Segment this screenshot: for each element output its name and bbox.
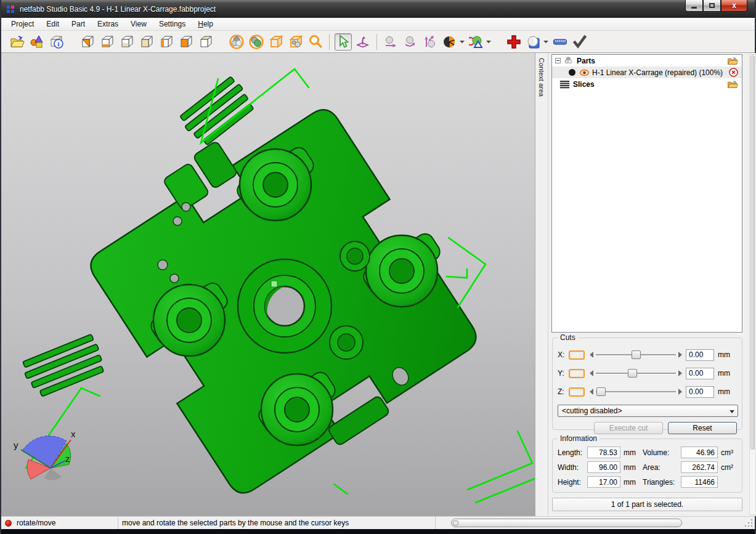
- resize-grip[interactable]: [745, 519, 754, 528]
- view-back-button[interactable]: [138, 33, 155, 51]
- volume-unit: cm³: [718, 448, 739, 457]
- repair-view-button[interactable]: [468, 33, 485, 51]
- show-bounding-box-button[interactable]: [267, 33, 285, 51]
- maximize-button[interactable]: [703, 0, 721, 12]
- show-platform-button[interactable]: [287, 33, 304, 51]
- execute-cut-button[interactable]: Execute cut: [594, 422, 663, 434]
- open-slices-folder-icon[interactable]: [727, 80, 738, 89]
- cut-y-slider-thumb[interactable]: [628, 369, 637, 378]
- cut-z-slider-thumb[interactable]: [596, 387, 606, 396]
- viewport-3d[interactable]: x y z: [1, 53, 535, 516]
- slider-right-arrow-icon[interactable]: [678, 389, 682, 395]
- window-bottom-edge: [1, 529, 755, 534]
- triangles-label: Triangles:: [643, 478, 681, 487]
- scale-part-button[interactable]: [421, 33, 439, 51]
- area-value-field[interactable]: [681, 461, 718, 473]
- menu-view[interactable]: View: [124, 18, 153, 30]
- panel-scrollbar-thumb[interactable]: [750, 55, 755, 450]
- width-value-field[interactable]: [587, 461, 620, 473]
- tree-row-parts[interactable]: Parts: [552, 55, 742, 67]
- cut-y-checkbox[interactable]: [569, 369, 585, 378]
- volume-value-field[interactable]: [681, 447, 718, 458]
- cut-view-dropdown-caret[interactable]: [460, 41, 465, 43]
- zoom-button[interactable]: [307, 33, 324, 51]
- cut-x-slider-thumb[interactable]: [632, 350, 641, 359]
- status-hint-text: move and rotate the selected parts by th…: [122, 519, 349, 527]
- show-parts-button[interactable]: [228, 33, 245, 51]
- context-area-label: Context area: [538, 58, 545, 97]
- cut-y-slider[interactable]: [590, 368, 682, 378]
- slider-left-arrow-icon[interactable]: [590, 352, 593, 358]
- view-right-button[interactable]: [177, 33, 195, 51]
- triangles-value-field[interactable]: [681, 476, 718, 488]
- view-bottom-button[interactable]: [99, 33, 116, 51]
- tree-row-part-item[interactable]: H-1 Linear X-Carrage (repaired) (100%): [552, 67, 742, 78]
- cut-z-label: Z:: [558, 387, 569, 396]
- menu-edit[interactable]: Edit: [40, 18, 65, 30]
- cut-row-y: Y: mm: [558, 365, 738, 381]
- model-render: x y z: [1, 53, 535, 516]
- minimize-button[interactable]: [685, 0, 703, 12]
- view-top-button[interactable]: [197, 33, 214, 51]
- add-part-button[interactable]: [28, 33, 46, 51]
- menu-extras[interactable]: Extras: [91, 18, 124, 30]
- move-part-button[interactable]: [382, 33, 399, 51]
- height-label: Height:: [558, 478, 587, 487]
- cut-view-button[interactable]: [441, 33, 458, 51]
- slider-right-arrow-icon[interactable]: [678, 370, 682, 376]
- menu-help[interactable]: Help: [192, 18, 219, 30]
- open-project-button[interactable]: [9, 33, 26, 51]
- slider-track[interactable]: [596, 391, 676, 392]
- cut-z-unit: mm: [718, 387, 730, 396]
- apply-check-button[interactable]: [571, 33, 588, 51]
- length-value-field[interactable]: [587, 447, 620, 458]
- cut-z-value-field[interactable]: [686, 386, 714, 398]
- slices-icon: [559, 80, 570, 89]
- slider-left-arrow-icon[interactable]: [590, 370, 593, 376]
- window-title: netfabb Studio Basic 4.9 - H-1 Linear X-…: [20, 5, 216, 14]
- rotate-view-tool-button[interactable]: [354, 33, 372, 51]
- cut-x-value-field[interactable]: [686, 349, 714, 361]
- slider-left-arrow-icon[interactable]: [590, 389, 593, 395]
- slider-right-arrow-icon[interactable]: [678, 352, 682, 358]
- cut-z-slider[interactable]: [590, 387, 682, 397]
- progress-bar[interactable]: [451, 519, 682, 527]
- status-mode-section: rotate/move: [1, 517, 118, 529]
- rotate-part-button[interactable]: [402, 33, 419, 51]
- remove-part-icon[interactable]: [729, 68, 738, 77]
- repair-view-dropdown-caret[interactable]: [486, 41, 491, 43]
- reset-button[interactable]: Reset: [668, 422, 737, 434]
- cut-x-checkbox[interactable]: [569, 350, 585, 360]
- menu-part[interactable]: Part: [65, 18, 91, 30]
- view-isometric-button[interactable]: [79, 33, 96, 51]
- title-bar[interactable]: netfabb Studio Basic 4.9 - H-1 Linear X-…: [1, 0, 755, 18]
- measure-button[interactable]: [551, 33, 569, 51]
- slice-part-dropdown-caret[interactable]: [543, 41, 548, 43]
- view-left-button[interactable]: [158, 33, 175, 51]
- progress-bar-thumb[interactable]: [453, 520, 458, 525]
- open-parts-folder-icon[interactable]: [727, 57, 738, 65]
- height-value-field[interactable]: [587, 476, 620, 488]
- cut-y-value-field[interactable]: [686, 368, 714, 379]
- cutting-mode-value: <cutting disabled>: [562, 407, 622, 415]
- selection-status-bar: 1 of 1 part is selected.: [552, 498, 742, 511]
- part-info-button[interactable]: i: [48, 33, 65, 51]
- visibility-eye-icon[interactable]: [580, 69, 589, 76]
- show-selected-part-button[interactable]: [248, 33, 265, 51]
- view-bottom-icon: [100, 34, 115, 49]
- menu-settings[interactable]: Settings: [153, 18, 192, 30]
- select-tool-button[interactable]: [335, 33, 352, 51]
- main-toolbar: i: [1, 31, 755, 53]
- cut-x-slider[interactable]: [590, 350, 682, 360]
- panel-scrollbar[interactable]: [749, 54, 756, 515]
- collapse-expander-icon[interactable]: [555, 58, 561, 63]
- cut-z-checkbox[interactable]: [569, 387, 585, 397]
- close-button[interactable]: x: [721, 0, 747, 12]
- view-front-button[interactable]: [118, 33, 136, 51]
- menu-project[interactable]: Project: [5, 18, 40, 30]
- tree-row-slices[interactable]: Slices: [552, 78, 742, 90]
- repair-part-button[interactable]: [505, 33, 522, 51]
- slice-part-button[interactable]: [525, 33, 542, 51]
- cutting-mode-dropdown[interactable]: <cutting disabled>: [558, 405, 738, 417]
- model-center-hub: [238, 259, 331, 353]
